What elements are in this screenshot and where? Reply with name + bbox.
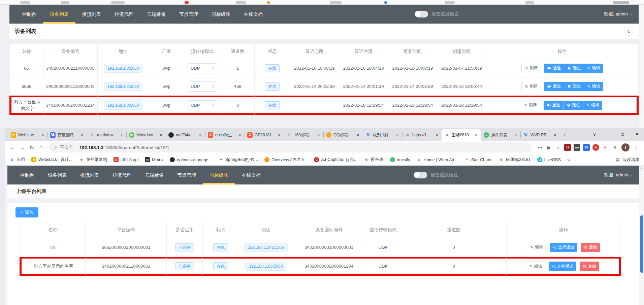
- stream-mode-select[interactable]: UDP ∨: [188, 81, 217, 92]
- tab-close-icon[interactable]: ×: [395, 132, 399, 138]
- nav-tab[interactable]: 设备列表: [43, 5, 75, 24]
- refresh-page-button[interactable]: ↻: [624, 27, 633, 36]
- browser-tab[interactable]: b 163邮箱 - ×: [284, 129, 323, 141]
- page-scrollbar[interactable]: [639, 5, 644, 128]
- bookmark-item[interactable]: ⊕ 免登录复制: [79, 157, 107, 163]
- device-address-tag[interactable]: 192.168.1.3:5060: [104, 82, 142, 91]
- refresh-device-button[interactable]: ↻ 刷新: [521, 101, 540, 110]
- bookmark-item[interactable]: ≣ Webstack - 设计...: [31, 157, 72, 163]
- bookmark-item[interactable]: ⊕ Home | Vben Ad...: [417, 157, 458, 162]
- tab-close-icon[interactable]: ×: [317, 132, 321, 138]
- tab-close-icon[interactable]: ×: [198, 132, 202, 138]
- address-bar[interactable]: ⚠ 不安全 192.168.1.3 :18080/#/parentPlatfor…: [49, 142, 532, 152]
- extension-icon[interactable]: JS: [564, 144, 571, 151]
- extension-icon[interactable]: ⊞: [611, 144, 618, 151]
- maximize-button[interactable]: □: [616, 132, 630, 137]
- refresh-device-button[interactable]: ↻ 刷新: [521, 82, 541, 91]
- tab-close-icon[interactable]: ×: [238, 132, 242, 138]
- alarm-push-toggle[interactable]: [415, 11, 428, 18]
- forward-icon[interactable]: →: [18, 144, 27, 151]
- nav-tab[interactable]: 拉流代理: [106, 166, 138, 184]
- browser-tab[interactable]: W WVP-PR ×: [520, 129, 560, 141]
- extension-icon[interactable]: ⊘: [602, 144, 609, 151]
- scroll-up-icon[interactable]: ▲: [639, 166, 644, 170]
- close-button[interactable]: ×: [630, 131, 644, 138]
- locate-button[interactable]: 定位: [564, 101, 583, 110]
- delete-platform-button[interactable]: 删除: [580, 262, 599, 271]
- browser-tab[interactable]: b markdow ×: [87, 129, 126, 141]
- locate-button[interactable]: 定位: [564, 82, 584, 91]
- nav-tab[interactable]: 在线文档: [235, 166, 267, 184]
- edit-platform-button[interactable]: ✎ 编辑: [527, 243, 546, 252]
- extension-icon[interactable]: ✱: [592, 144, 599, 151]
- tab-close-icon[interactable]: ×: [435, 132, 439, 138]
- stream-mode-select[interactable]: UDP ∨: [188, 100, 217, 110]
- tab-close-icon[interactable]: ×: [277, 132, 281, 138]
- nav-tab[interactable]: 节点管理: [170, 166, 203, 184]
- bookmark-item[interactable]: ▭ Motrix: [145, 157, 163, 162]
- browser-tab[interactable]: ≣ Webstac ×: [8, 129, 47, 141]
- refresh-device-button[interactable]: ↻ 刷新: [521, 64, 541, 73]
- nav-tab[interactable]: 在线文档: [237, 5, 269, 24]
- browser-tab[interactable]: M 收到 1封 ×: [363, 129, 402, 141]
- extension-icon[interactable]: oo: [574, 144, 580, 151]
- tab-close-icon[interactable]: ×: [356, 132, 360, 138]
- browser-tab[interactable]: C docsify生 ×: [205, 129, 245, 141]
- nav-tab[interactable]: 国标级联: [203, 166, 235, 184]
- key-icon[interactable]: ⊶: [536, 145, 545, 150]
- tab-close-icon[interactable]: ×: [514, 132, 518, 138]
- nav-tab[interactable]: 国标级联: [205, 5, 237, 24]
- extension-icon[interactable]: FE: [583, 144, 590, 151]
- nav-tab[interactable]: 设备列表: [41, 166, 73, 184]
- reload-icon[interactable]: ↻: [27, 144, 36, 151]
- tab-close-icon[interactable]: ×: [159, 132, 163, 138]
- nav-tab[interactable]: 拉流代理: [108, 5, 140, 24]
- tab-search-chevron-icon[interactable]: ∨: [587, 132, 602, 137]
- bookmark-item[interactable]: ⊕ 66国标28181: [499, 157, 531, 163]
- browser-tab[interactable]: QQ邮箱 - ×: [323, 129, 363, 141]
- platform-address-tag[interactable]: 192.168.1.66:5060: [245, 262, 286, 271]
- bookmark-item[interactable]: ❖ SpringBoot打包...: [218, 157, 258, 163]
- add-platform-button[interactable]: + 添加: [15, 207, 38, 217]
- browser-tab[interactable]: m Markdow ×: [126, 129, 166, 141]
- stream-mode-select[interactable]: UDP ∨: [188, 63, 217, 73]
- channels-button[interactable]: 通道: [544, 64, 564, 73]
- edit-platform-button[interactable]: ✎ 编辑: [526, 262, 545, 271]
- nav-tab[interactable]: 云端录像: [140, 5, 172, 24]
- nav-tab[interactable]: 控制台: [13, 166, 41, 184]
- scrollbar-thumb[interactable]: [640, 215, 643, 273]
- edit-device-button[interactable]: ✎ 编辑: [584, 64, 603, 73]
- device-address-tag[interactable]: 192.168.1.3:5060: [104, 101, 142, 110]
- nav-tab[interactable]: 推流列表: [75, 5, 108, 24]
- profile-avatar[interactable]: I: [621, 143, 630, 151]
- browser-tab[interactable]: ⊕ https://1 ×: [402, 129, 442, 141]
- home-icon[interactable]: ⌂: [36, 144, 46, 151]
- channels-button[interactable]: 通道: [544, 101, 564, 110]
- bookmark-item[interactable]: G AJ-Captcha: 行为...: [314, 157, 357, 163]
- channels-button[interactable]: 通道: [544, 82, 564, 91]
- kebab-menu-icon[interactable]: ⋮: [632, 144, 641, 151]
- nav-tab[interactable]: 节点管理: [172, 5, 205, 24]
- browser-tab[interactable]: meff34/d ×: [166, 129, 205, 141]
- reading-list[interactable]: 阅读清单: [622, 157, 639, 163]
- browser-tab[interactable]: C GB28181 ×: [245, 129, 284, 141]
- bookmark-item[interactable]: Q LiveGBS: [537, 157, 561, 162]
- send-icon[interactable]: ▶: [545, 145, 554, 150]
- bookmark-item[interactable]: optimus-manage...: [170, 157, 212, 162]
- back-icon[interactable]: ←: [8, 144, 18, 151]
- browser-tab[interactable]: 译 百度翻译 ×: [47, 129, 87, 141]
- tab-close-icon[interactable]: ×: [41, 132, 45, 138]
- select-channel-button[interactable]: 选择通道: [549, 262, 576, 271]
- tab-close-icon[interactable]: ×: [120, 132, 124, 138]
- new-tab-button[interactable]: +: [560, 129, 570, 141]
- tab-close-icon[interactable]: ×: [80, 132, 84, 138]
- bookmark-item[interactable]: ▦ 应用: [9, 157, 25, 163]
- bookmark-item[interactable]: ⊕ 配色表: [364, 157, 384, 163]
- welcome-user[interactable]: 欢迎, admin∨: [604, 172, 633, 178]
- browser-tab[interactable]: ⊕ 国标2818 ×: [442, 129, 481, 141]
- bookmark-item[interactable]: ☺ docsify: [390, 157, 410, 162]
- nav-tab[interactable]: 控制台: [15, 5, 43, 24]
- nav-tab[interactable]: 云端录像: [138, 166, 170, 184]
- locate-button[interactable]: 定位: [564, 64, 584, 73]
- bookmark-star-icon[interactable]: ☆: [554, 145, 563, 150]
